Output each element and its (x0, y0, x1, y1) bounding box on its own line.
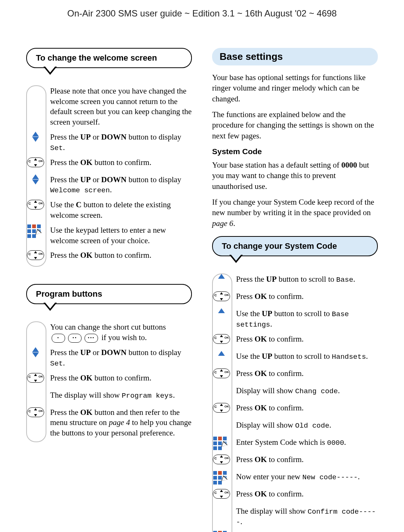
t: Press (236, 334, 255, 343)
t: OK (255, 489, 267, 498)
t: OK (255, 292, 267, 301)
step-text: Display will show Chang code. (236, 386, 378, 396)
ok-button-icon: COK (212, 333, 231, 345)
step-text: Press the OK button to confirm. (50, 250, 192, 261)
keypad-icon (212, 437, 231, 449)
ok-button-icon: COK (26, 199, 45, 210)
step-row: COK Press the OK button to confirm. (50, 157, 192, 174)
t: . (366, 352, 368, 361)
t: New code----- (302, 473, 358, 481)
t: Press the (50, 348, 80, 357)
welcome-note: Please note that once you have changed t… (50, 85, 192, 131)
t: Enter System Code which is (236, 438, 327, 447)
syscode-title: To change your System Code (222, 241, 337, 251)
step-row: COK Use the C button to delete the exist… (50, 199, 192, 224)
t: Use the (236, 352, 262, 361)
step-text: Use the UP button to scroll to Handsets. (236, 351, 378, 362)
step-row: Use the UP button to scroll to Handsets. (236, 351, 378, 368)
page-ref: page 6 (212, 219, 233, 228)
t: OK (80, 408, 93, 417)
t: to confirm. (267, 369, 304, 378)
welcome-title: To change the welcome screen (36, 53, 157, 62)
step-row: Enter System Code which is 0000. (236, 437, 378, 454)
t: . (63, 358, 65, 367)
t: UP (262, 309, 272, 318)
two-column-layout: To change the welcome screen Please note… (26, 48, 378, 532)
t: DOWN (101, 132, 127, 141)
step-text: The display will show Confirm code-----. (236, 506, 378, 527)
t: UP (80, 175, 91, 184)
right-column: Base settings Your base has optional set… (212, 48, 378, 532)
t: button to confirm. (92, 158, 151, 167)
callout-tail-icon (43, 303, 57, 311)
heading-text: Base settings (220, 51, 283, 62)
t: UP (262, 352, 272, 361)
t: Press (236, 292, 255, 301)
step-row: Now enter your new New code-----. (236, 471, 378, 488)
up-icon (212, 351, 231, 356)
step-text: Press the UP or DOWN button to display W… (50, 175, 192, 196)
ok-button-icon: COK (212, 368, 231, 379)
ok-button-icon: COK (26, 157, 45, 168)
t: If you change your System Code keep reco… (212, 198, 374, 217)
t: Press the (50, 175, 80, 184)
t: UP (80, 132, 91, 141)
program-title: Program buttons (36, 289, 102, 299)
t: . (173, 391, 175, 400)
t: button to display (126, 348, 181, 357)
t: Press the (50, 408, 80, 417)
step-text: Press OK to confirm. (236, 455, 378, 465)
up-icon (212, 308, 231, 314)
t: Press the (50, 158, 80, 167)
t: Base (336, 276, 354, 284)
page-ref: page 4 (109, 418, 130, 427)
step-row: COK Press OK to confirm. (236, 454, 378, 471)
t: OK (80, 251, 93, 260)
t: . (240, 517, 242, 526)
step-row: The display will show Confirm code-----. (236, 505, 378, 531)
t: button to scroll to (277, 275, 336, 284)
welcome-steps: Please note that once you have changed t… (26, 85, 192, 267)
t: DOWN (101, 348, 127, 357)
step-row: Press the UP or DOWN button to display W… (50, 174, 192, 199)
t: OK (80, 158, 93, 167)
t: Welcome screen (50, 186, 110, 195)
t: Use the (236, 309, 262, 318)
t: Press the (236, 275, 266, 284)
step-row: COK Press the OK button and then refer t… (50, 407, 192, 442)
t: button to confirm. (92, 251, 151, 260)
step-text: Press OK to confirm. (236, 291, 378, 302)
step-text: Enter System Code which is 0000. (236, 437, 378, 448)
step-row: You can change the short cut buttons •••… (50, 321, 192, 346)
ok-button-icon: COK (212, 402, 231, 413)
t: button to confirm. (92, 373, 151, 382)
t: or (91, 132, 101, 141)
left-column: To change the welcome screen Please note… (26, 48, 192, 532)
t: The display will show (236, 507, 307, 516)
t: to confirm. (267, 489, 304, 498)
step-row: Press the UP button to scroll to Base. (236, 273, 378, 291)
t: . (270, 319, 272, 328)
step-row: Press the UP or DOWN button to display S… (50, 131, 192, 157)
callout-tail-icon (229, 255, 243, 263)
t: Set (50, 144, 63, 152)
step-text: You can change the short cut buttons •••… (50, 322, 192, 343)
t: Press the (50, 132, 80, 141)
t: . (329, 421, 331, 429)
up-down-icon (26, 347, 45, 359)
t: OK (80, 373, 93, 382)
step-text: Press the OK button to confirm. (50, 158, 192, 168)
step-row: Display will show Chang code. (236, 385, 378, 402)
t: OK (255, 403, 267, 412)
step-row: COK Press OK to confirm. (236, 333, 378, 351)
syscode-steps: Press the UP button to scroll to Base. C… (212, 273, 378, 532)
t: button to scroll to (272, 352, 332, 361)
step-text: Press the UP button to scroll to Base. (236, 274, 378, 285)
t: to confirm. (267, 455, 304, 464)
up-down-icon (26, 174, 45, 186)
step-row: COK Press OK to confirm. (236, 291, 378, 308)
t: Press (236, 489, 255, 498)
t: The display will show (50, 391, 122, 400)
t: . (110, 185, 112, 194)
t: UP (266, 275, 277, 284)
